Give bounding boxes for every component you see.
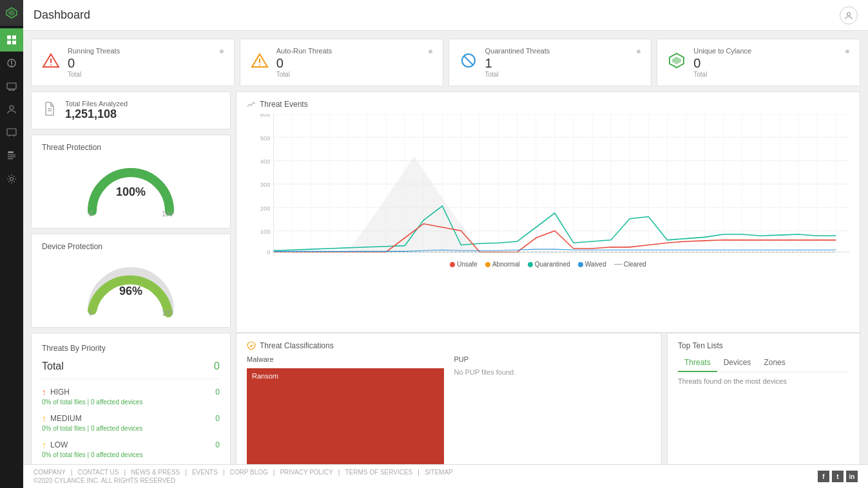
quarantined-threats-card: Quarantined Threats 1 Total	[448, 39, 652, 86]
threat-events-card: Threat Events 600 500	[236, 91, 860, 333]
priority-low-arrow: ↑	[42, 440, 46, 450]
priority-medium-value: 0	[215, 414, 220, 423]
svg-rect-20	[8, 158, 13, 159]
footer-link-news[interactable]: NEWS & PRESS	[131, 469, 180, 476]
legend-quarantined: Quarantined	[528, 261, 570, 268]
svg-rect-5	[12, 41, 16, 44]
threat-classifications-title: Threat Classifications	[247, 341, 651, 350]
svg-rect-18	[8, 155, 15, 155]
svg-text:4/24: 4/24	[379, 254, 391, 256]
priority-high-value: 0	[215, 388, 220, 397]
social-linkedin[interactable]: in	[846, 471, 858, 482]
priority-medium-arrow: ↑	[42, 413, 46, 424]
svg-text:4/20: 4/20	[304, 254, 316, 256]
files-info: Total Files Analyzed 1,251,108	[65, 100, 128, 121]
quarantined-threats-dot	[637, 50, 641, 53]
files-analyzed-card: Total Files Analyzed 1,251,108	[31, 91, 231, 129]
threat-events-chart: 600 500 400 300 200 100 0	[247, 114, 849, 256]
page-title: Dashboard	[34, 8, 90, 22]
running-threats-sub: Total	[68, 71, 212, 78]
pup-empty: No PUP files found.	[454, 368, 651, 376]
sidebar-item-settings[interactable]	[0, 167, 23, 191]
svg-line-28	[464, 56, 473, 65]
svg-point-8	[11, 65, 12, 66]
threat-events-title: Threat Events	[247, 100, 849, 109]
svg-text:4/28: 4/28	[454, 254, 465, 256]
running-threats-dot	[220, 50, 224, 53]
auto-run-threats-icon	[251, 52, 269, 74]
dashboard-content: Running Threats 0 Total Auto-Run Threats	[23, 31, 868, 464]
footer-copyright: ©2020 CYLANCE INC. ALL RIGHTS RESERVED	[34, 477, 453, 484]
tab-zones[interactable]: Zones	[757, 355, 791, 371]
svg-text:5/12: 5/12	[716, 254, 728, 256]
files-value: 1,251,108	[65, 108, 128, 121]
svg-rect-2	[7, 35, 11, 39]
sidebar-item-monitor[interactable]	[0, 121, 23, 144]
tab-threats[interactable]: Threats	[678, 355, 717, 372]
top-ten-tabs: Threats Devices Zones	[678, 355, 849, 372]
footer-link-contact[interactable]: CONTACT US	[77, 469, 119, 476]
sidebar-item-dashboard[interactable]	[0, 28, 23, 52]
running-threats-value: 0	[68, 56, 212, 71]
auto-run-threats-value: 0	[276, 56, 421, 71]
running-threats-card: Running Threats 0 Total	[31, 39, 235, 86]
svg-marker-30	[672, 57, 681, 64]
svg-point-13	[10, 106, 14, 109]
unique-cylance-sub: Total	[693, 71, 838, 78]
svg-text:400: 400	[260, 158, 271, 165]
stats-row: Running Threats 0 Total Auto-Run Threats	[31, 39, 860, 86]
user-avatar[interactable]	[840, 6, 858, 24]
device-protection-value: 96%	[119, 285, 142, 298]
quarantined-threats-info: Quarantined Threats 1 Total	[485, 47, 630, 78]
threat-classifications-card: Threat Classifications Malware Ransom PU…	[236, 333, 662, 464]
main-row: Total Files Analyzed 1,251,108 Threat Pr…	[31, 91, 860, 333]
auto-run-threats-card: Auto-Run Threats 0 Total	[240, 39, 443, 86]
footer-links: COMPANY | CONTACT US | NEWS & PRESS | EV…	[34, 469, 453, 476]
svg-rect-19	[8, 156, 15, 157]
footer-link-sitemap[interactable]: SITEMAP	[425, 469, 453, 476]
header: Dashboard	[23, 0, 868, 31]
svg-text:100: 100	[260, 228, 271, 235]
malware-label: Malware	[247, 355, 444, 363]
svg-text:5/18: 5/18	[829, 254, 840, 256]
quarantined-threats-sub: Total	[485, 71, 630, 78]
priority-medium-label: ↑ MEDIUM	[42, 413, 82, 424]
device-protection-labels: 0 100	[89, 310, 173, 317]
priority-medium-sub: 0% of total files | 0 affected devices	[42, 425, 220, 432]
social-facebook[interactable]: f	[818, 471, 829, 482]
running-threats-info: Running Threats 0 Total	[68, 47, 212, 78]
footer-link-events[interactable]: EVENTS	[192, 469, 218, 476]
files-icon	[42, 101, 57, 120]
svg-text:0: 0	[267, 249, 270, 256]
auto-run-threats-dot	[429, 50, 432, 53]
auto-run-threats-label: Auto-Run Threats	[276, 47, 421, 55]
footer-link-privacy[interactable]: PRIVACY POLICY	[280, 469, 333, 476]
sidebar-item-devices[interactable]	[0, 75, 23, 98]
footer-link-terms[interactable]: TERMS OF SERVICES	[345, 469, 412, 476]
malware-box: Ransom	[247, 368, 444, 464]
footer-link-company[interactable]: COMPANY	[34, 469, 66, 476]
sidebar-item-reports[interactable]	[0, 144, 23, 167]
priority-low-item: ↑ LOW 0 0% of total files | 0 affected d…	[42, 440, 220, 458]
threat-protection-gauge: 100% 0 100	[42, 157, 220, 220]
priority-total-row: Total 0	[42, 361, 220, 379]
tab-devices[interactable]: Devices	[717, 355, 758, 371]
quarantined-threats-icon	[459, 52, 477, 74]
bottom-row: Threats By Priority Total 0 ↑ HIGH 0	[31, 333, 860, 464]
svg-rect-14	[7, 129, 16, 135]
svg-text:5/14: 5/14	[754, 254, 766, 256]
svg-point-26	[259, 64, 260, 66]
social-twitter[interactable]: t	[832, 471, 844, 482]
threat-protection-title: Threat Protection	[42, 143, 220, 152]
footer-social: f t in	[818, 471, 858, 482]
unique-cylance-info: Unique to Cylance 0 Total	[693, 47, 838, 78]
top-ten-title: Top Ten Lists	[678, 341, 849, 350]
malware-section: Malware Ransom	[247, 355, 444, 464]
sidebar-item-users[interactable]	[0, 98, 23, 121]
svg-text:5/10: 5/10	[679, 254, 690, 256]
priority-low-sub: 0% of total files | 0 affected devices	[42, 451, 220, 458]
sidebar-item-threats[interactable]	[0, 52, 23, 75]
svg-rect-9	[7, 83, 16, 89]
footer-link-blog[interactable]: CORP BLOG	[230, 469, 268, 476]
running-threats-label: Running Threats	[68, 47, 212, 55]
